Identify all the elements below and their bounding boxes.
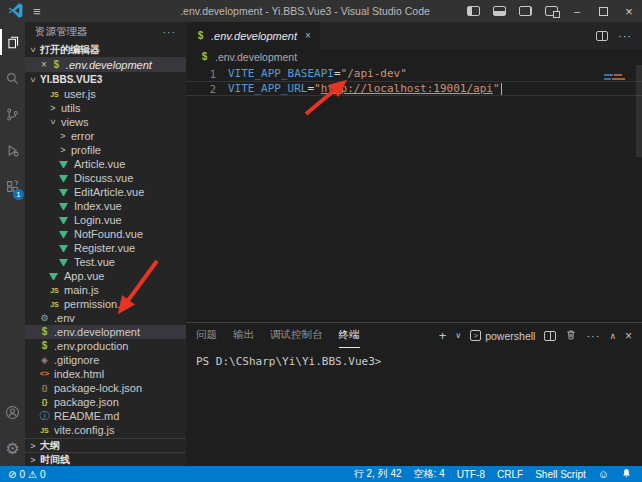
tree-item-label: .env.production [54, 340, 128, 352]
terminal-dropdown-icon[interactable]: ∨ [455, 331, 461, 340]
notifications-bell-icon[interactable] [621, 468, 632, 481]
maximize-panel-icon[interactable]: ∧ [609, 331, 616, 341]
tree-item-profile[interactable]: >profile [25, 143, 186, 157]
close-window-button[interactable]: × [616, 0, 642, 22]
terminal-prompt: PS D:\CSharp\Yi\Yi.BBS.Vue3> [196, 355, 381, 368]
tree-item-Test.vue[interactable]: Test.vue [25, 255, 186, 269]
source-control-icon[interactable] [0, 96, 25, 132]
line-number: 2 [186, 83, 216, 95]
language-mode-status[interactable]: Shell Script [535, 469, 586, 480]
line-text: VITE_APP_URL="http://localhost:19001/api… [216, 82, 502, 95]
new-terminal-icon[interactable]: + [439, 328, 447, 343]
customize-layout-icon[interactable] [538, 0, 564, 22]
tree-item-Article.vue[interactable]: Article.vue [25, 157, 186, 171]
kill-terminal-icon[interactable] [565, 329, 577, 343]
maximize-button[interactable] [590, 0, 616, 22]
tree-item-.env.production[interactable]: $.env.production [25, 339, 186, 353]
env-value: "/api-dev" [341, 67, 407, 80]
panel-tab-输出[interactable]: 输出 [233, 323, 254, 348]
feedback-smiley-icon[interactable]: ☺ [598, 468, 609, 480]
tree-item-.env[interactable]: ⚙.env [25, 311, 186, 325]
tree-item-label: Register.vue [74, 242, 135, 254]
vue-file-icon [59, 203, 68, 210]
search-icon[interactable] [0, 60, 25, 96]
toggle-secondary-sidebar-icon[interactable] [512, 0, 538, 22]
panel-tab-终端[interactable]: 终端 [339, 323, 360, 348]
status-bar: ⊘ 0 ⚠ 0 行 2, 列 42 空格: 4 UTF-8 CRLF Shell… [0, 466, 642, 482]
tree-item-package-lock.json[interactable]: {}package-lock.json [25, 381, 186, 395]
tree-item-label: EditArticle.vue [74, 186, 144, 198]
powershell-icon: > [470, 330, 481, 341]
tree-item-label: Discuss.vue [74, 172, 133, 184]
tree-item-error[interactable]: >error [25, 129, 186, 143]
run-debug-icon[interactable] [0, 132, 25, 168]
open-editors-section[interactable]: > 打开的编辑器 [25, 42, 186, 57]
explorer-icon[interactable] [0, 24, 25, 60]
minimap[interactable] [604, 74, 632, 82]
problems-status[interactable]: ⊘ 0 ⚠ 0 [8, 469, 45, 480]
tree-item-label: error [71, 130, 94, 142]
tree-item-.env.development[interactable]: $.env.development [25, 325, 186, 339]
tab-bar: $ .env.development × ··· [186, 22, 642, 49]
timeline-section[interactable]: > 时间线 [25, 452, 186, 466]
code-line-2[interactable]: 2VITE_APP_URL="http://localhost:19001/ap… [186, 81, 642, 96]
cursor-position-status[interactable]: 行 2, 列 42 [354, 467, 402, 481]
tree-item-Login.vue[interactable]: Login.vue [25, 213, 186, 227]
tree-item-views[interactable]: >views [25, 115, 186, 129]
terminal-shell-item[interactable]: > powershell [470, 330, 535, 342]
code-editor[interactable]: 1VITE_APP_BASEAPI="/api-dev"2VITE_APP_UR… [186, 65, 642, 322]
panel-tab-调试控制台[interactable]: 调试控制台 [270, 323, 323, 348]
settings-gear-icon[interactable]: $⚙ [0, 430, 25, 466]
panel-more-actions-icon[interactable]: ··· [586, 330, 600, 342]
chevron-right-icon: > [49, 103, 57, 113]
editor-more-actions-icon[interactable]: ··· [618, 30, 632, 42]
chevron-right-icon: > [29, 455, 37, 465]
toggle-sidebar-icon[interactable] [460, 0, 486, 22]
terminal-output[interactable]: PS D:\CSharp\Yi\Yi.BBS.Vue3> [186, 348, 642, 368]
open-editor-item[interactable]: × $ .env.development [25, 57, 186, 72]
tree-item-package.json[interactable]: {}package.json [25, 395, 186, 409]
breadcrumb[interactable]: $ .env.development [186, 49, 642, 65]
tab-env-development[interactable]: $ .env.development × [186, 22, 320, 49]
close-editor-icon[interactable]: × [41, 59, 47, 70]
code-line-1[interactable]: 1VITE_APP_BASEAPI="/api-dev" [186, 66, 642, 81]
indentation-status[interactable]: 空格: 4 [414, 467, 445, 481]
tree-item-EditArticle.vue[interactable]: EditArticle.vue [25, 185, 186, 199]
tree-item-main.js[interactable]: JSmain.js [25, 283, 186, 297]
tree-item-Index.vue[interactable]: Index.vue [25, 199, 186, 213]
minimize-button[interactable]: – [564, 0, 590, 22]
tree-item-index.html[interactable]: <>index.html [25, 367, 186, 381]
split-editor-icon[interactable] [596, 31, 608, 41]
tree-item-NotFound.vue[interactable]: NotFound.vue [25, 227, 186, 241]
split-terminal-icon[interactable] [544, 331, 556, 341]
tree-item-Discuss.vue[interactable]: Discuss.vue [25, 171, 186, 185]
outline-section[interactable]: > 大纲 [25, 438, 186, 452]
tree-item-App.vue[interactable]: App.vue [25, 269, 186, 283]
env-key: VITE_APP_URL [228, 82, 307, 95]
eol-status[interactable]: CRLF [497, 469, 523, 480]
close-tab-icon[interactable]: × [305, 30, 311, 41]
tree-item-Register.vue[interactable]: Register.vue [25, 241, 186, 255]
tree-item-.gitignore[interactable]: ◈.gitignore [25, 353, 186, 367]
explorer-more-actions-icon[interactable]: ··· [163, 26, 177, 38]
tree-item-README.md[interactable]: ⓘREADME.md [25, 409, 186, 423]
toggle-panel-icon[interactable] [486, 0, 512, 22]
extensions-icon[interactable]: 1 [0, 168, 25, 204]
close-panel-icon[interactable]: × [625, 329, 632, 343]
json-lock-file-icon: {} [39, 384, 50, 392]
panel-tab-问题[interactable]: 问题 [196, 323, 217, 348]
project-root-section[interactable]: > YI.BBS.VUE3 [25, 72, 186, 87]
tree-item-vite.config.js[interactable]: JSvite.config.js [25, 423, 186, 437]
json-file-icon: {} [39, 398, 50, 406]
menu-icon[interactable]: ≡ [33, 4, 41, 19]
editor-scrollbar[interactable] [636, 65, 642, 157]
account-icon[interactable] [0, 394, 25, 430]
tree-item-user.js[interactable]: JSuser.js [25, 87, 186, 101]
url-link[interactable]: http://localhost:19001/api [321, 82, 493, 95]
tree-item-permission.js[interactable]: JSpermission.js [25, 297, 186, 311]
window-title: .env.development - Yi.BBS.Vue3 - Visual … [150, 5, 460, 17]
encoding-status[interactable]: UTF-8 [457, 469, 485, 480]
tree-item-utils[interactable]: >utils [25, 101, 186, 115]
html-file-icon: <> [39, 370, 50, 378]
tree-item-label: package.json [54, 396, 119, 408]
